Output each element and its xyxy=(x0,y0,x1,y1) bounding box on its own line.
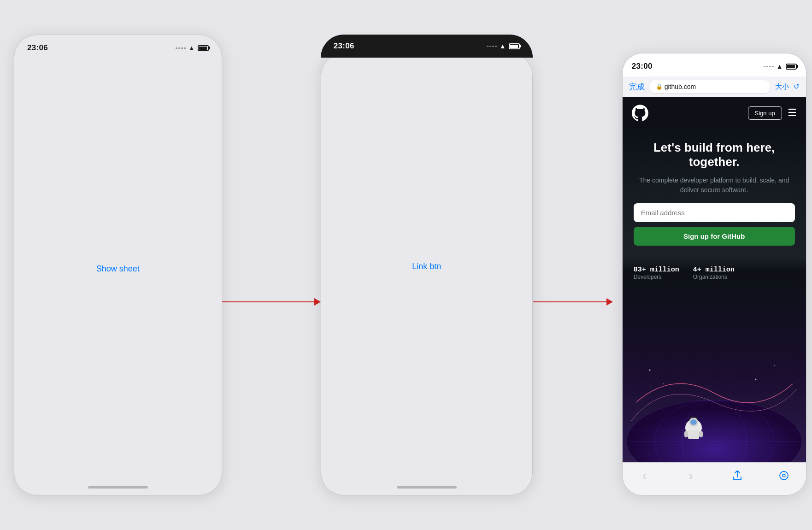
stat-developers-num: 83+ million xyxy=(634,266,679,274)
svg-point-17 xyxy=(780,471,788,480)
lock-icon: 🔒 xyxy=(656,83,663,90)
link-btn[interactable]: Link btn xyxy=(412,262,441,271)
svg-point-13 xyxy=(649,370,650,371)
status-icons-3: ▲ xyxy=(764,63,797,70)
github-stats: 83+ million Developers 4+ million Organi… xyxy=(623,257,806,280)
github-hero-title: Let's build from here, together. xyxy=(634,141,795,169)
github-content: Sign up ☰ Let's build from here, togethe… xyxy=(623,97,806,462)
github-hero: Let's build from here, together. The com… xyxy=(623,128,806,257)
svg-point-16 xyxy=(663,383,664,384)
home-bar-2 xyxy=(397,486,457,489)
time-2: 23:06 xyxy=(334,41,354,51)
safari-back-button[interactable]: ‹ xyxy=(636,467,653,484)
share-icon xyxy=(732,471,742,481)
github-logo-icon xyxy=(632,105,648,121)
svg-rect-11 xyxy=(699,431,703,437)
battery-icon-3 xyxy=(786,64,797,70)
signal-icon-3 xyxy=(764,66,774,67)
stat-developers: 83+ million Developers xyxy=(634,266,679,280)
phone1-content: Show sheet xyxy=(14,58,222,479)
svg-point-14 xyxy=(774,365,775,366)
phone-2-wrapper: 23:06 ▲ Link btn xyxy=(321,35,533,495)
stat-organizations: 4+ million Organizations xyxy=(693,266,735,280)
safari-share-button[interactable] xyxy=(729,467,746,484)
safari-status-bar: 23:00 ▲ xyxy=(623,53,806,77)
status-bar-1: 23:06 ▲ xyxy=(14,35,222,58)
stat-organizations-num: 4+ million xyxy=(693,266,735,274)
phone-1: 23:06 ▲ Show sheet xyxy=(14,35,222,495)
battery-icon-2 xyxy=(509,43,520,49)
home-indicator-1 xyxy=(14,479,222,495)
wifi-icon-3: ▲ xyxy=(777,63,783,70)
safari-toolbar: 完成 🔒 github.com 大小 ↺ xyxy=(623,77,806,97)
safari-url-bar[interactable]: 🔒 github.com xyxy=(650,80,770,93)
arrow1-line xyxy=(222,301,314,302)
github-signup-button[interactable]: Sign up for GitHub xyxy=(634,227,795,246)
safari-done-button[interactable]: 完成 xyxy=(629,82,645,92)
arrow1-head xyxy=(314,298,321,306)
time-3: 23:00 xyxy=(632,62,653,71)
battery-icon-1 xyxy=(198,45,209,51)
status-icons-1: ▲ xyxy=(176,44,209,52)
github-illustration xyxy=(623,280,806,462)
reload-button[interactable]: ↺ xyxy=(794,82,800,91)
stat-organizations-label: Organizations xyxy=(693,274,735,280)
url-text: github.com xyxy=(665,83,696,90)
phone2-notch: 23:06 ▲ xyxy=(321,35,533,58)
github-hero-subtitle: The complete developer platform to build… xyxy=(634,176,795,195)
email-input[interactable] xyxy=(634,203,795,222)
safari-forward-button[interactable]: › xyxy=(683,467,699,484)
safari-bottom-bar: ‹ › xyxy=(623,462,806,495)
bookmarks-icon xyxy=(779,471,789,481)
wifi-icon-1: ▲ xyxy=(188,44,195,52)
phone-2: Link btn xyxy=(321,53,533,495)
safari-controls: 大小 ↺ xyxy=(775,82,800,91)
svg-rect-9 xyxy=(688,430,699,439)
github-menu-icon[interactable]: ☰ xyxy=(788,107,797,119)
phone-3: 23:00 ▲ 完成 🔒 github.com xyxy=(622,53,806,495)
phone2-content: Link btn xyxy=(321,53,532,479)
svg-point-15 xyxy=(755,379,756,380)
svg-point-12 xyxy=(690,419,697,425)
svg-point-1 xyxy=(627,400,802,462)
globe-illustration xyxy=(627,356,802,462)
phone-3-wrapper: 23:00 ▲ 完成 🔒 github.com xyxy=(622,35,812,495)
home-indicator-2 xyxy=(321,479,532,495)
font-size-button[interactable]: 大小 xyxy=(775,82,789,91)
stat-developers-label: Developers xyxy=(634,274,679,280)
svg-rect-10 xyxy=(684,431,688,437)
safari-bookmarks-button[interactable] xyxy=(776,467,792,484)
github-header-right: Sign up ☰ xyxy=(748,106,797,120)
signal-icon-1 xyxy=(176,47,186,49)
github-header-signup-button[interactable]: Sign up xyxy=(748,106,782,120)
time-1: 23:06 xyxy=(27,43,48,53)
show-sheet-button[interactable]: Show sheet xyxy=(96,264,140,274)
status-icons-2: ▲ xyxy=(487,42,520,50)
arrow2-line xyxy=(533,301,606,302)
arrow2-head xyxy=(606,298,613,306)
signal-icon-2 xyxy=(487,46,497,47)
svg-point-18 xyxy=(783,474,785,477)
home-bar-1 xyxy=(88,486,148,489)
wifi-icon-2: ▲ xyxy=(500,42,506,50)
github-header: Sign up ☰ xyxy=(623,97,806,128)
